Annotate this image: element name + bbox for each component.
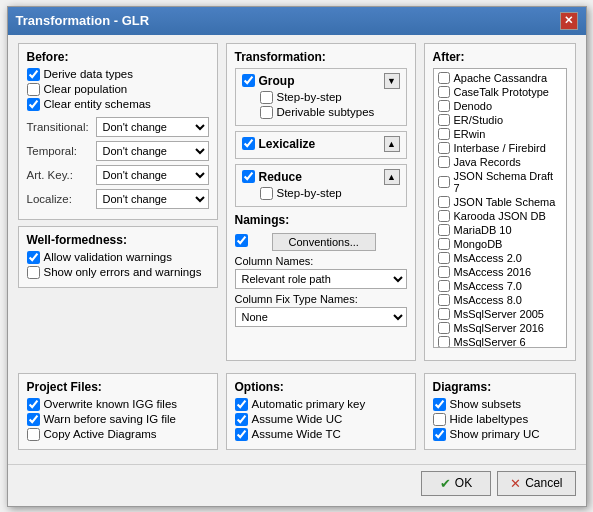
after-label-5: Interbase / Firebird [454, 142, 546, 154]
group-step-by-step-label: Step-by-step [277, 91, 342, 103]
clear-entity-schemas-checkbox[interactable] [27, 98, 40, 111]
after-label-7: JSON Schema Draft 7 [454, 170, 562, 194]
after-checkbox-10[interactable] [438, 224, 450, 236]
group-header: Group ▼ [242, 73, 400, 89]
after-checkbox-0[interactable] [438, 72, 450, 84]
after-checkbox-4[interactable] [438, 128, 450, 140]
group-step-by-step-row: Step-by-step [260, 91, 400, 104]
ok-button[interactable]: ✔ OK [421, 471, 491, 496]
allow-validation-checkbox[interactable] [27, 251, 40, 264]
localize-dropdown[interactable]: Don't change [96, 189, 209, 209]
before-section: Before: Derive data types Clear populati… [18, 43, 218, 220]
lexicalize-label: Lexicalize [259, 137, 316, 151]
after-checkbox-17[interactable] [438, 322, 450, 334]
reduce-step-by-step-checkbox[interactable] [260, 187, 273, 200]
dialog-footer: ✔ OK ✕ Cancel [8, 464, 586, 506]
clear-population-checkbox[interactable] [27, 83, 40, 96]
cancel-button[interactable]: ✕ Cancel [497, 471, 575, 496]
list-item: Apache Cassandra [436, 71, 564, 85]
after-list[interactable]: Apache Cassandra CaseTalk Prototype Deno… [433, 68, 567, 348]
derivable-subtypes-checkbox[interactable] [260, 106, 273, 119]
after-label-17: MsSqlServer 2016 [454, 322, 545, 334]
after-checkbox-14[interactable] [438, 280, 450, 292]
assume-wide-uc-row: Assume Wide UC [235, 413, 407, 426]
options-title: Options: [235, 380, 407, 394]
options-section: Options: Automatic primary key Assume Wi… [226, 373, 416, 450]
auto-primary-key-checkbox[interactable] [235, 398, 248, 411]
show-primary-uc-checkbox[interactable] [433, 428, 446, 441]
lexicalize-expand-btn[interactable]: ▲ [384, 136, 400, 152]
reduce-step-by-step-label: Step-by-step [277, 187, 342, 199]
show-only-errors-checkbox[interactable] [27, 266, 40, 279]
column-fix-dropdown[interactable]: None [235, 307, 407, 327]
overwrite-igg-label: Overwrite known IGG files [44, 398, 178, 410]
warn-saving-checkbox[interactable] [27, 413, 40, 426]
column-names-dropdown[interactable]: Relevant role path [235, 269, 407, 289]
show-subsets-checkbox[interactable] [433, 398, 446, 411]
derive-data-types-row: Derive data types [27, 68, 209, 81]
list-item: Denodo [436, 99, 564, 113]
temporal-row: Temporal: Don't change [27, 141, 209, 161]
assume-wide-uc-checkbox[interactable] [235, 413, 248, 426]
after-checkbox-15[interactable] [438, 294, 450, 306]
well-formedness-section: Well-formedness: Allow validation warnin… [18, 226, 218, 288]
after-label-15: MsAccess 8.0 [454, 294, 522, 306]
transformation-title: Transformation: [235, 50, 407, 64]
after-checkbox-7[interactable] [438, 176, 450, 188]
after-checkbox-3[interactable] [438, 114, 450, 126]
close-button[interactable]: ✕ [560, 12, 578, 30]
after-checkbox-16[interactable] [438, 308, 450, 320]
after-checkbox-9[interactable] [438, 210, 450, 222]
show-subsets-label: Show subsets [450, 398, 522, 410]
after-section: After: Apache Cassandra CaseTalk Prototy… [424, 43, 576, 361]
right-column: After: Apache Cassandra CaseTalk Prototy… [424, 43, 576, 361]
namings-checkbox[interactable] [235, 234, 248, 247]
list-item: ER/Studio [436, 113, 564, 127]
hide-labeltypes-checkbox[interactable] [433, 413, 446, 426]
transitional-dropdown[interactable]: Don't change [96, 117, 209, 137]
group-step-by-step-checkbox[interactable] [260, 91, 273, 104]
after-title: After: [433, 50, 567, 64]
artkey-dropdown[interactable]: Don't change [96, 165, 209, 185]
after-label-9: Karooda JSON DB [454, 210, 546, 222]
list-item: MsSqlServer 6 [436, 335, 564, 348]
derivable-subtypes-row: Derivable subtypes [260, 106, 400, 119]
temporal-dropdown[interactable]: Don't change [96, 141, 209, 161]
ok-label: OK [455, 476, 472, 490]
list-item: MsAccess 2.0 [436, 251, 564, 265]
namings-section: Namings: Conventions... Column Names: Re… [235, 213, 407, 327]
after-checkbox-12[interactable] [438, 252, 450, 264]
namings-title: Namings: [235, 213, 407, 227]
copy-active-diagrams-checkbox[interactable] [27, 428, 40, 441]
list-item: Java Records [436, 155, 564, 169]
after-checkbox-11[interactable] [438, 238, 450, 250]
group-subitems: Step-by-step Derivable subtypes [242, 91, 400, 119]
show-subsets-row: Show subsets [433, 398, 567, 411]
after-checkbox-5[interactable] [438, 142, 450, 154]
after-checkbox-13[interactable] [438, 266, 450, 278]
after-checkbox-18[interactable] [438, 336, 450, 348]
reduce-expand-btn[interactable]: ▲ [384, 169, 400, 185]
derive-data-types-checkbox[interactable] [27, 68, 40, 81]
assume-wide-tc-checkbox[interactable] [235, 428, 248, 441]
middle-column: Transformation: Group ▼ Step-by-step [226, 43, 416, 361]
group-checkbox[interactable] [242, 74, 255, 87]
after-checkbox-8[interactable] [438, 196, 450, 208]
after-checkbox-1[interactable] [438, 86, 450, 98]
list-item: MsSqlServer 2005 [436, 307, 564, 321]
list-item: MsAccess 2016 [436, 265, 564, 279]
title-bar: Transformation - GLR ✕ [8, 7, 586, 35]
overwrite-igg-checkbox[interactable] [27, 398, 40, 411]
after-checkbox-6[interactable] [438, 156, 450, 168]
hide-labeltypes-row: Hide labeltypes [433, 413, 567, 426]
after-label-1: CaseTalk Prototype [454, 86, 549, 98]
group-expand-btn[interactable]: ▼ [384, 73, 400, 89]
after-label-18: MsSqlServer 6 [454, 336, 526, 348]
after-label-12: MsAccess 2.0 [454, 252, 522, 264]
left-column: Before: Derive data types Clear populati… [18, 43, 218, 361]
lexicalize-checkbox[interactable] [242, 137, 255, 150]
conventions-button[interactable]: Conventions... [272, 233, 376, 251]
after-checkbox-2[interactable] [438, 100, 450, 112]
after-label-4: ERwin [454, 128, 486, 140]
reduce-checkbox[interactable] [242, 170, 255, 183]
